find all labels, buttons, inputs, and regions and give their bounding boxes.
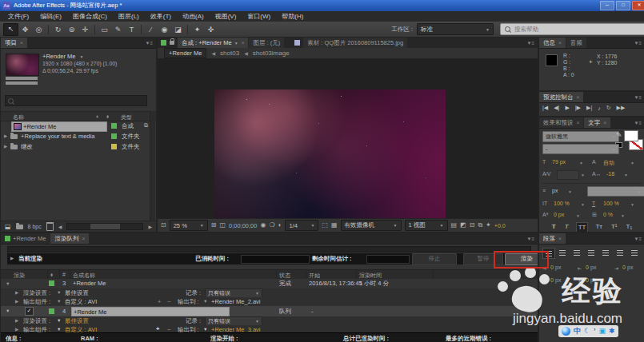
close-icon[interactable]: × <box>242 40 245 46</box>
project-row-folder-2[interactable]: ▶ 继改 文件夹 <box>1 142 150 152</box>
workspace-dropdown[interactable]: 标准 ▼ <box>417 23 494 35</box>
expand-icon[interactable]: ▶ <box>15 299 18 304</box>
horizontal-scale-value[interactable]: 100 % <box>603 201 619 206</box>
hand-tool-icon[interactable]: ✥ <box>18 24 32 35</box>
panel-menu-icon[interactable]: ▼≡ <box>631 38 644 48</box>
breadcrumb-shot03[interactable]: shot03 <box>220 50 239 57</box>
panel-menu-icon[interactable]: ▼≡ <box>631 92 644 102</box>
ime-language-icon[interactable]: 中 <box>574 328 581 335</box>
flowchart-icon[interactable]: ⧉ <box>144 122 148 129</box>
exposure-value[interactable]: +0.0 <box>494 223 506 229</box>
tab-timeline-render-me[interactable]: +Render Me <box>1 233 50 244</box>
output-module-value[interactable]: 自定义 : AVI <box>65 298 97 306</box>
composition-viewport[interactable] <box>158 58 538 219</box>
close-icon[interactable]: × <box>558 236 562 241</box>
superscript-toggle[interactable]: T¹ <box>610 222 619 233</box>
ram-preview-icon[interactable]: ▶▶ <box>617 105 626 111</box>
chevron-down-icon[interactable]: ▼ <box>579 161 583 165</box>
mask-tool-icon[interactable]: ▭ <box>98 24 111 35</box>
project-row-render-me[interactable]: +Render Me 合成 ⧉ <box>1 121 150 131</box>
justify-last-left-button[interactable] <box>586 248 597 257</box>
grid-guides-icon[interactable]: ⊞ <box>211 222 217 229</box>
ime-fullwidth-icon[interactable]: ☾ <box>584 328 590 335</box>
resolution-dropdown[interactable]: 1/4 ▼ <box>285 220 318 231</box>
maximize-button[interactable]: □ <box>616 1 630 10</box>
column-type[interactable]: 类型 <box>121 113 132 121</box>
clone-stamp-tool-icon[interactable]: ◉ <box>158 24 171 35</box>
fast-preview-icon[interactable]: ◩ <box>460 222 466 229</box>
last-frame-icon[interactable]: ▶| <box>586 105 592 111</box>
baseline-shift-value[interactable]: 0 px <box>554 212 564 217</box>
expand-icon[interactable]: ▶ <box>4 144 7 149</box>
font-family-dropdown[interactable]: 微软雅黑 ▼ <box>542 131 619 142</box>
loop-icon[interactable]: ↻ <box>606 105 611 111</box>
panel-menu-icon[interactable]: ▼≡ <box>631 117 644 128</box>
subscript-toggle[interactable]: T₁ <box>625 222 634 233</box>
render-settings-value[interactable]: 最佳设置 <box>65 289 89 297</box>
chevron-down-icon[interactable]: ▼ <box>576 213 580 218</box>
breadcrumb-current-comp[interactable]: +Render Me <box>164 48 206 58</box>
first-line-indent-value[interactable]: 0 <box>622 264 626 270</box>
rotate-tool-icon[interactable]: ↻ <box>51 24 65 35</box>
transparency-grid-icon[interactable]: ▦ <box>331 222 338 229</box>
horizontal-scrollbar[interactable] <box>66 223 143 230</box>
close-button[interactable]: ✕ <box>632 1 644 10</box>
project-row-replace-folder[interactable]: ▶ +Replace your text & media 文件夹 <box>1 132 150 141</box>
kerning-field[interactable] <box>557 170 579 180</box>
next-frame-icon[interactable]: |▶ <box>575 105 581 111</box>
chevron-down-icon[interactable]: ▼ <box>57 290 61 295</box>
help-search-box[interactable] <box>500 23 644 35</box>
current-time-display[interactable]: 0;00;00;00 <box>229 222 257 229</box>
label-column-icon[interactable]: ⬧ <box>106 113 109 120</box>
selected-item-name[interactable]: +Render Me ▼ <box>42 53 84 60</box>
snapshot-icon[interactable]: ◉ <box>260 222 266 229</box>
tab-paragraph[interactable]: 段落 × <box>539 233 566 244</box>
close-icon[interactable]: × <box>577 94 580 100</box>
show-channel-icon[interactable]: ◐ <box>278 222 282 229</box>
chevron-down-icon[interactable]: ▼ <box>581 173 585 177</box>
faux-bold-toggle[interactable]: T <box>550 222 558 233</box>
panel-menu-icon[interactable]: ▼≡ <box>631 233 644 244</box>
item-name-field[interactable]: +Render Me <box>11 121 107 132</box>
menu-window[interactable]: 窗口(W) <box>242 12 276 21</box>
panel-menu-icon[interactable]: ▼≡ <box>524 233 538 244</box>
ime-logo-icon[interactable] <box>562 327 570 336</box>
lock-icon[interactable] <box>170 41 174 45</box>
vertical-scrollbar[interactable] <box>150 111 155 221</box>
close-icon[interactable]: × <box>20 40 23 46</box>
chevron-down-icon[interactable]: ▼ <box>57 318 61 323</box>
chevron-down-icon[interactable]: ▼ <box>57 299 61 304</box>
justify-all-button[interactable] <box>629 248 640 257</box>
stroke-width-value[interactable]: px <box>552 188 558 193</box>
pen-tool-icon[interactable]: ✎ <box>111 24 125 35</box>
align-center-button[interactable] <box>557 248 568 257</box>
menu-file[interactable]: 文件(F) <box>2 12 34 21</box>
tab-audio[interactable]: 音频 <box>566 38 586 48</box>
minimize-button[interactable]: ─ <box>600 1 614 10</box>
column-name[interactable]: 名称 <box>13 113 24 121</box>
faux-italic-toggle[interactable]: T <box>563 222 570 233</box>
chevron-down-icon[interactable]: ▼ <box>624 173 628 177</box>
expand-icon[interactable]: ▶ <box>15 318 18 323</box>
collapse-icon[interactable]: ▼ <box>6 308 10 313</box>
small-caps-toggle[interactable]: Tᴛ <box>594 222 604 233</box>
view-layout-dropdown[interactable]: 1 视图 ▼ <box>405 220 448 231</box>
chevron-down-icon[interactable]: ▼ <box>203 327 207 332</box>
camera-dropdown[interactable]: 有效摄像机 ▼ <box>341 220 402 231</box>
chevron-down-icon[interactable]: ▼ <box>621 213 625 218</box>
collapse-icon[interactable]: ▼ <box>6 281 10 286</box>
ime-skin-icon[interactable]: ▣ <box>599 328 606 335</box>
mask-visibility-icon[interactable]: ◫ <box>219 222 226 229</box>
vertical-scale-value[interactable]: 100 % <box>554 201 570 206</box>
roto-brush-tool-icon[interactable]: ✦ <box>190 24 204 35</box>
add-output-icon[interactable]: + <box>158 298 161 305</box>
zoom-tool-icon[interactable]: ◎ <box>32 24 46 35</box>
new-folder-icon[interactable] <box>16 225 23 229</box>
bit-depth-button[interactable]: 8 bpc <box>28 224 42 229</box>
menu-animation[interactable]: 动画(A) <box>177 12 210 21</box>
chevron-down-icon[interactable]: ▼ <box>630 161 634 165</box>
menu-layer[interactable]: 图层(L) <box>113 12 145 21</box>
pixel-aspect-icon[interactable]: ▤ <box>451 222 458 229</box>
remove-output-icon[interactable]: − <box>167 298 170 305</box>
trash-icon[interactable] <box>46 222 54 231</box>
